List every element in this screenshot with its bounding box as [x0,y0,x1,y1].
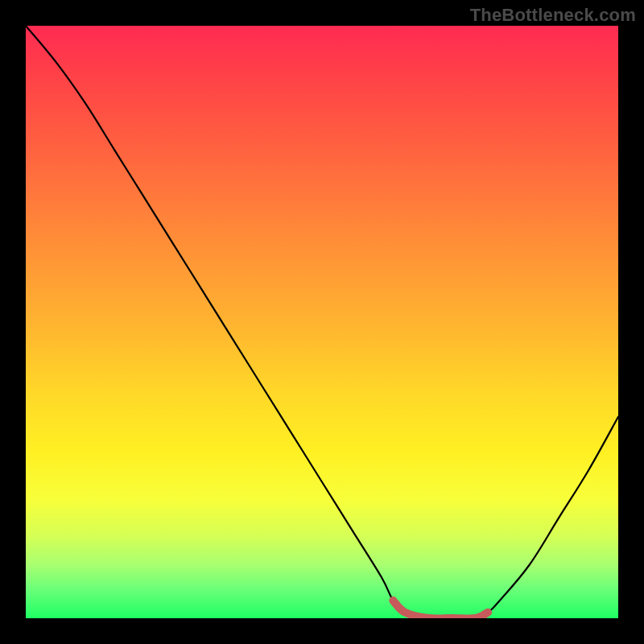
curve-line [26,26,618,618]
plot-area [26,26,618,618]
bottleneck-highlight [393,601,488,618]
chart-canvas: TheBottleneck.com [0,0,644,644]
chart-overlay [26,26,618,618]
watermark-text: TheBottleneck.com [470,5,636,26]
